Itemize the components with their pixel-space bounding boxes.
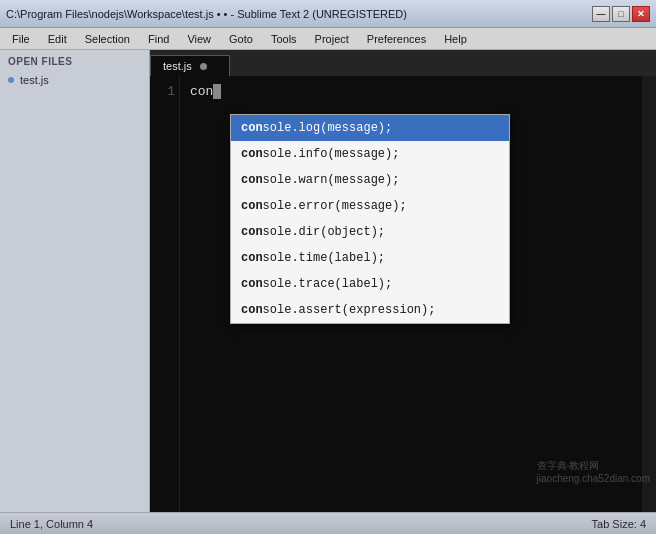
file-indicator-dot (8, 77, 14, 83)
tab-bar: test.js (150, 50, 656, 76)
autocomplete-item-2[interactable]: console.warn(message); (231, 167, 509, 193)
autocomplete-item-1[interactable]: console.info(message); (231, 141, 509, 167)
sidebar-file-testjs[interactable]: test.js (0, 71, 149, 89)
menu-item-edit[interactable]: Edit (40, 31, 75, 47)
menu-bar: FileEditSelectionFindViewGotoToolsProjec… (0, 28, 656, 50)
cursor-position: Line 1, Column 4 (10, 518, 93, 530)
close-button[interactable]: ✕ (632, 6, 650, 22)
tab-unsaved-dot (200, 63, 207, 70)
sidebar-filename: test.js (20, 74, 49, 86)
autocomplete-item-4[interactable]: console.dir(object); (231, 219, 509, 245)
autocomplete-item-7[interactable]: console.assert(expression); (231, 297, 509, 323)
scrollbar-right[interactable] (642, 76, 656, 512)
menu-item-preferences[interactable]: Preferences (359, 31, 434, 47)
menu-item-view[interactable]: View (179, 31, 219, 47)
menu-item-goto[interactable]: Goto (221, 31, 261, 47)
code-line-1: con (190, 82, 632, 102)
code-container: 1 con console.log(message);console.info(… (150, 76, 656, 512)
window-controls: — □ ✕ (592, 6, 650, 22)
tab-testjs[interactable]: test.js (150, 55, 230, 76)
tab-label: test.js (163, 60, 192, 72)
autocomplete-item-6[interactable]: console.trace(label); (231, 271, 509, 297)
menu-item-file[interactable]: File (4, 31, 38, 47)
autocomplete-item-3[interactable]: console.error(message); (231, 193, 509, 219)
autocomplete-dropdown[interactable]: console.log(message);console.info(messag… (230, 114, 510, 324)
window-title: C:\Program Files\nodejs\Workspace\test.j… (6, 8, 407, 20)
autocomplete-item-5[interactable]: console.time(label); (231, 245, 509, 271)
menu-item-project[interactable]: Project (307, 31, 357, 47)
menu-item-find[interactable]: Find (140, 31, 177, 47)
open-files-label: OPEN FILES (0, 50, 149, 71)
tab-size: Tab Size: 4 (592, 518, 646, 530)
code-editor[interactable]: con console.log(message);console.info(me… (180, 76, 642, 512)
sidebar: OPEN FILES test.js (0, 50, 150, 512)
line-numbers: 1 (150, 76, 180, 512)
main-layout: OPEN FILES test.js test.js 1 con (0, 50, 656, 512)
status-bar: Line 1, Column 4 Tab Size: 4 (0, 512, 656, 534)
editor-area: test.js 1 con console.log(message);conso… (150, 50, 656, 512)
menu-item-tools[interactable]: Tools (263, 31, 305, 47)
autocomplete-item-0[interactable]: console.log(message); (231, 115, 509, 141)
cursor (213, 84, 221, 99)
maximize-button[interactable]: □ (612, 6, 630, 22)
code-typed-text: con (190, 82, 213, 102)
line-number: 1 (158, 82, 175, 102)
menu-item-help[interactable]: Help (436, 31, 475, 47)
minimize-button[interactable]: — (592, 6, 610, 22)
menu-item-selection[interactable]: Selection (77, 31, 138, 47)
title-bar: C:\Program Files\nodejs\Workspace\test.j… (0, 0, 656, 28)
